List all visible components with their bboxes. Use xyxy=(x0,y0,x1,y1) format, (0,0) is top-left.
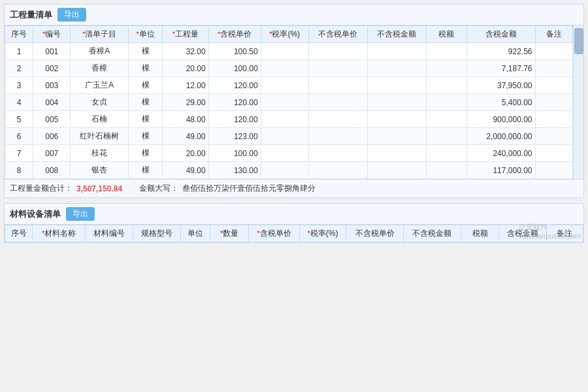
th-notaxunit: 不含税单价 xyxy=(308,26,367,43)
table-cell: 桂花 xyxy=(71,145,129,162)
table-cell: 3 xyxy=(5,77,33,94)
table-cell xyxy=(367,111,426,128)
table-cell: 4 xyxy=(5,94,33,111)
table-cell: 石楠 xyxy=(71,111,129,128)
table-cell: 7,187.76 xyxy=(467,60,535,77)
table-row: 4004女贞棵29.00120.005,400.00 xyxy=(5,94,573,111)
table-cell: 红叶石楠树 xyxy=(71,128,129,145)
table-cell: 棵 xyxy=(129,43,163,60)
table-cell xyxy=(535,94,573,111)
section2-export-button[interactable]: 导出 xyxy=(66,207,95,221)
table-cell: 棵 xyxy=(129,111,163,128)
th-taxamt-label: 税额 xyxy=(438,29,454,39)
table-cell: 120.00 xyxy=(208,94,261,111)
table-cell: 女贞 xyxy=(71,94,129,111)
table-cell: 2,000,000.00 xyxy=(467,128,535,145)
scrollbar-thumb[interactable] xyxy=(574,28,583,54)
table-cell xyxy=(426,43,467,60)
th-taxamt: 税额 xyxy=(426,26,467,43)
table-cell xyxy=(261,94,308,111)
table-cell xyxy=(535,145,573,162)
scrollbar-area[interactable] xyxy=(573,25,583,179)
table-cell xyxy=(261,77,308,94)
th-qty-label: 工程量 xyxy=(175,29,199,39)
table-row: 5005石楠棵48.00120.00900,000.00 xyxy=(5,111,573,128)
table-cell xyxy=(308,145,367,162)
table-cell xyxy=(367,77,426,94)
table-cell: 003 xyxy=(33,77,71,94)
table-cell xyxy=(426,128,467,145)
th-note-label: 备注 xyxy=(546,29,562,39)
th-code-label: 编号 xyxy=(45,29,61,39)
table-cell: 29.00 xyxy=(163,94,208,111)
table-cell: 棵 xyxy=(129,60,163,77)
table-cell xyxy=(426,111,467,128)
table-cell: 49.00 xyxy=(163,162,208,179)
section1-table: 序号 *编号 *清单子目 *单位 *工程量 *含税单价 *税率(%) 不含税单价… xyxy=(5,25,573,179)
th2-notaxunit: 不含税单价 xyxy=(346,225,404,242)
table-cell: 008 xyxy=(33,162,71,179)
table-cell: 20.00 xyxy=(163,145,208,162)
th-notaxamt: 不含税金额 xyxy=(367,26,426,43)
table-cell xyxy=(426,145,467,162)
table-cell xyxy=(308,43,367,60)
table-cell xyxy=(367,128,426,145)
table-cell: 棵 xyxy=(129,145,163,162)
table-row: 7007桂花棵20.00100.00240,000.00 xyxy=(5,145,573,162)
table-row: 2002香樟棵20.00100.007,187.76 xyxy=(5,60,573,77)
th-note: 备注 xyxy=(535,26,573,43)
table-cell: 49.00 xyxy=(163,128,208,145)
table-cell: 48.00 xyxy=(163,111,208,128)
table-cell xyxy=(535,111,573,128)
th-taxrate: *税率(%) xyxy=(261,26,308,43)
th-notaxunit-label: 不含税单价 xyxy=(318,29,357,39)
th-taxunit: *含税单价 xyxy=(208,26,261,43)
table-cell xyxy=(261,162,308,179)
table-cell: 37,950.00 xyxy=(467,77,535,94)
summary-big-label: 金额大写： xyxy=(139,183,178,194)
summary-value: 3,507,150.84 xyxy=(76,184,135,193)
table-cell xyxy=(367,162,426,179)
th2-matname: *材料名称 xyxy=(33,225,86,242)
table-cell: 900,000.00 xyxy=(467,111,535,128)
table-cell xyxy=(426,94,467,111)
summary-label: 工程量金额合计： xyxy=(10,183,73,194)
th2-seq: 序号 xyxy=(5,225,33,242)
table-cell xyxy=(308,77,367,94)
table-cell: 100.00 xyxy=(208,60,261,77)
th2-taxrate: *税率(%) xyxy=(299,225,346,242)
table-cell: 100.00 xyxy=(208,145,261,162)
th2-totalamt: 含税金额 xyxy=(499,225,547,242)
table-cell: 100.50 xyxy=(208,43,261,60)
table-cell: 5,400.00 xyxy=(467,94,535,111)
table-cell xyxy=(426,60,467,77)
th-unit: *单位 xyxy=(129,26,163,43)
table-cell: 香樟 xyxy=(71,60,129,77)
table-cell xyxy=(261,60,308,77)
table-cell: 香樟A xyxy=(71,43,129,60)
table-cell xyxy=(535,43,573,60)
table-cell: 004 xyxy=(33,94,71,111)
th2-taxunit: *含税单价 xyxy=(248,225,299,242)
table-row: 1001香樟A棵32.00100.50922.56 xyxy=(5,43,573,60)
table-cell: 130.00 xyxy=(208,162,261,179)
table-row: 3003广玉兰A棵12.00120.0037,950.00 xyxy=(5,77,573,94)
table-cell: 32.00 xyxy=(163,43,208,60)
table-cell xyxy=(308,128,367,145)
th-totalamt-label: 含税金额 xyxy=(485,29,517,39)
section1-engineering-list: 工程量清单 导出 序号 *编号 *清单子目 *单位 *工程量 *含税单价 *税率… xyxy=(4,4,584,198)
th-name: *清单子目 xyxy=(71,26,129,43)
table-cell: 6 xyxy=(5,128,33,145)
th2-unit: 单位 xyxy=(180,225,210,242)
section2-header: 材料设备清单 导出 xyxy=(5,204,583,225)
section2-title: 材料设备清单 xyxy=(10,208,61,220)
table-cell xyxy=(261,145,308,162)
table-cell xyxy=(367,94,426,111)
section1-export-button[interactable]: 导出 xyxy=(57,8,86,22)
th-seq: 序号 xyxy=(5,26,33,43)
th-qty: *工程量 xyxy=(163,26,208,43)
table-cell xyxy=(367,145,426,162)
table-cell xyxy=(535,162,573,179)
table-cell: 120.00 xyxy=(208,77,261,94)
table-cell: 20.00 xyxy=(163,60,208,77)
